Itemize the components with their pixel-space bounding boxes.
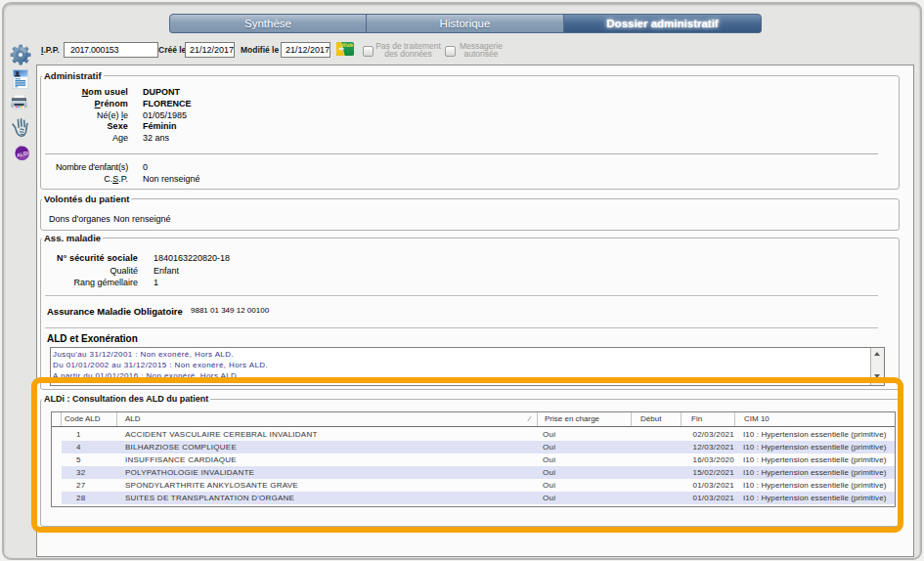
svg-text:Vitale: Vitale — [341, 43, 354, 48]
